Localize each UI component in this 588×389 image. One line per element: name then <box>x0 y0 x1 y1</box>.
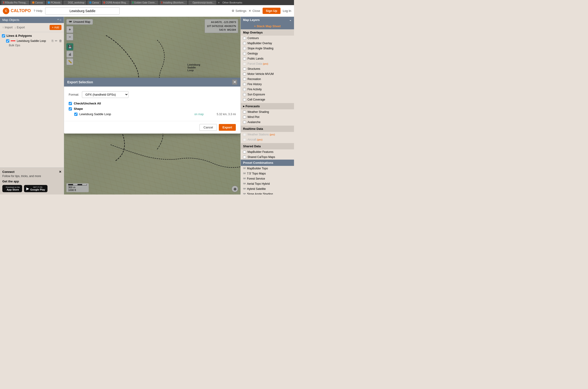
stack-map-button[interactable]: + Stack Map Sheet <box>254 24 281 28</box>
forecast-item-wind[interactable]: Wind Plot <box>241 114 294 120</box>
close-button[interactable]: ✕ Close <box>249 9 260 13</box>
browser-tab-bioinform[interactable]: Installing (Bioinform... <box>159 0 187 5</box>
sidebar-actions: ↑ Import ↓ Export + Add <box>0 23 64 32</box>
caltopo-logo: C CALTOPO <box>3 8 31 14</box>
shared-item-mapbuilder-features[interactable]: MapBuilder Features <box>241 149 294 155</box>
preset-icon: 🗺 <box>243 182 245 185</box>
overlay-item-recreation[interactable]: Recreation <box>241 77 294 82</box>
overlay-item-parcel[interactable]: Parcel Data (pro) <box>241 61 294 66</box>
forecast-item-avalanche[interactable]: Avalanche <box>241 120 294 125</box>
bookmarks-label: Other Bookmarks <box>222 1 242 4</box>
modal-close-button[interactable]: ✕ <box>232 80 237 85</box>
connect-close-icon[interactable]: ✕ <box>59 170 62 174</box>
layer-copy-icon[interactable]: ⎘ <box>52 39 54 43</box>
app-store-button[interactable]: Download on the App Store <box>2 185 22 192</box>
modal-body: Format: GPX (handheld GPSs) KML GeoJSON … <box>64 87 241 121</box>
help-button[interactable]: ? Help <box>34 9 42 13</box>
bulk-ops-label[interactable]: Bulk Ops <box>2 43 62 47</box>
shared-item-caltopo-maps[interactable]: Shared CalTopo Maps <box>241 155 294 160</box>
overlay-item-structures[interactable]: Structures <box>241 66 294 71</box>
export-button[interactable]: ↓ Export <box>14 26 25 29</box>
connect-get-app: Get the app <box>2 180 62 183</box>
item-name: Lewisburg Saddle Loop <box>79 112 193 116</box>
google-play-icon: ▶ <box>26 186 29 191</box>
layer-group-lines-polygons: Lines & Polygons Lewisburg Saddle Loop ⎘… <box>0 32 64 48</box>
layer-delete-icon[interactable]: 🗑 <box>59 39 62 43</box>
map-layers-header: Map Layers ⌄ <box>241 17 294 23</box>
layer-color-indicator <box>11 40 15 41</box>
right-sidebar: Map Layers ⌄ + Stack Map Sheet Map Overl… <box>241 17 294 194</box>
check-all-label: Check/Uncheck All <box>74 102 101 105</box>
layer-edit-icon[interactable]: ✏ <box>55 39 58 43</box>
preset-combinations-header: Preset Combinations <box>241 160 294 166</box>
more-tabs-icon[interactable]: » <box>217 1 221 4</box>
import-icon: ↑ <box>2 26 4 29</box>
check-all-checkbox[interactable] <box>69 102 72 105</box>
item-checkbox[interactable] <box>74 113 77 116</box>
browser-tab-canvas[interactable]: Canvas <box>30 0 45 5</box>
layer-action-icons: ⎘ ✏ 🗑 <box>52 39 62 43</box>
overlay-item-fire-activity[interactable]: Fire Activity <box>241 87 294 92</box>
browser-tab-canva[interactable]: Canva <box>87 0 101 5</box>
overlay-item-mapbuilder[interactable]: MapBuilder Overlay <box>241 41 294 46</box>
map-area[interactable]: 🗺 Unsaved Map 44.64570, -123.29973 10T 0… <box>64 17 241 194</box>
import-button[interactable]: ↑ Import <box>2 26 13 29</box>
realtime-item-aircraft[interactable]: Aircraft (pro) <box>241 137 294 142</box>
main-layout: Map Objects ^ ○ ↑ Import ↓ Export + Add … <box>0 17 294 194</box>
shape-checkbox[interactable] <box>69 107 72 110</box>
google-play-button[interactable]: ▶ GET IT ON Google Play <box>24 185 47 192</box>
overlay-item-contours[interactable]: Contours <box>241 35 294 41</box>
overlay-item-sun-exposure[interactable]: Sun Exposure <box>241 92 294 97</box>
browser-tab-goldengate[interactable]: Golden Gate Clonin... <box>131 0 159 5</box>
format-row: Format: GPX (handheld GPSs) KML GeoJSON … <box>69 91 236 98</box>
overlay-item-geology[interactable]: Geology <box>241 51 294 56</box>
browser-tab-pcatools[interactable]: PCAtools <box>46 0 62 5</box>
preset-icon: 🗺 <box>243 167 245 170</box>
browser-tab-rstudio[interactable]: RStudio Pro Throug... <box>1 0 29 5</box>
browser-tab-opentrons[interactable]: Opentrons/pi-boots... <box>188 0 216 5</box>
browser-tab-cgrb[interactable]: CGRB Analyst Blog... <box>102 0 130 5</box>
stack-map-section: + Stack Map Sheet <box>241 23 294 29</box>
preset-item-mapbuilder-topo[interactable]: 🗺MapBuilder Topo <box>241 166 294 171</box>
export-button[interactable]: Export <box>219 124 236 131</box>
modal-header: Export Selection ✕ <box>64 78 241 87</box>
browser-tab-dge[interactable]: DGE_workshop <box>63 0 86 5</box>
overlay-item-fire-history[interactable]: Fire History <box>241 82 294 87</box>
export-item-row: Lewisburg Saddle Loop on map 5.32 km, 3.… <box>69 112 236 116</box>
preset-item-topo-maps[interactable]: 🗺7.5' Topo Maps <box>241 171 294 176</box>
store-buttons: Download on the App Store ▶ GET IT ON Go… <box>2 185 62 192</box>
add-button[interactable]: + Add <box>50 25 62 30</box>
preset-item-forest-service[interactable]: 🗺Forest Service <box>241 176 294 181</box>
export-selection-modal: Export Selection ✕ Format: GPX (handheld… <box>64 78 241 133</box>
overlay-item-cell-coverage[interactable]: Cell Coverage <box>241 97 294 102</box>
modal-overlay: Export Selection ✕ Format: GPX (handheld… <box>64 17 241 194</box>
shared-header: Shared Data <box>241 143 294 149</box>
overlay-item-public-lands[interactable]: Public Lands <box>241 56 294 61</box>
shape-row: Shape <box>69 107 236 110</box>
item-distance: 5.32 km, 3.3 mi <box>217 113 236 116</box>
map-objects-header: Map Objects ^ ○ <box>0 17 64 23</box>
preset-icon: 🗺 <box>243 177 245 180</box>
group-checkbox[interactable] <box>2 34 5 37</box>
layer-item-lewisburg: Lewisburg Saddle Loop ⎘ ✏ 🗑 <box>2 38 62 43</box>
overlay-item-mvum[interactable]: Motor Vehicle MVUM <box>241 71 294 77</box>
top-right-actions: ⚙ Settings ✕ Close Sign Up Log In <box>232 8 291 14</box>
settings-button[interactable]: ⚙ Settings <box>232 9 246 13</box>
signup-button[interactable]: Sign Up <box>263 8 280 14</box>
overlay-item-slope[interactable]: Slope Angle Shading <box>241 46 294 51</box>
format-label: Format: <box>69 93 79 96</box>
search-input[interactable] <box>45 7 120 15</box>
export-icon: ↓ <box>14 26 16 29</box>
cancel-button[interactable]: Cancel <box>200 124 217 131</box>
realtime-item-weather-stations[interactable]: Weather Stations (pro) <box>241 132 294 137</box>
connect-follow-text: Follow for tips, tricks, and more <box>2 174 62 178</box>
preset-icon: 🗺 <box>243 193 245 194</box>
login-button[interactable]: Log In <box>283 9 291 13</box>
forecast-item-weather[interactable]: Weather Shading <box>241 109 294 114</box>
preset-item-aerial-topo[interactable]: 🗺Aerial Topo Hybrid <box>241 181 294 186</box>
preset-item-slope-angle[interactable]: 🗺Slope Angle Shading <box>241 192 294 194</box>
format-select[interactable]: GPX (handheld GPSs) KML GeoJSON Shapefil… <box>82 91 129 98</box>
preset-item-hybrid-satellite[interactable]: 🗺Hybrid Satellite <box>241 186 294 192</box>
layer-checkbox[interactable] <box>6 39 9 43</box>
modal-title: Export Selection <box>67 80 93 84</box>
